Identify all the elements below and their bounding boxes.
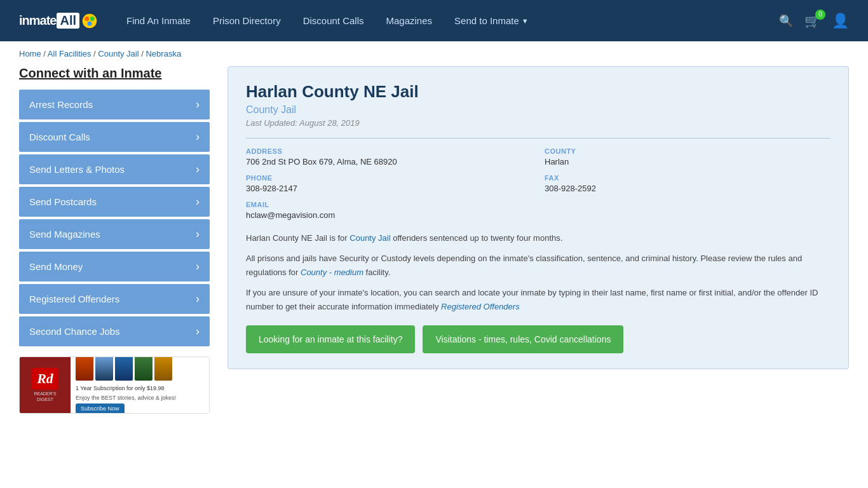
ad-content: 1 Year Subscription for only $19.98 Enjo…	[71, 357, 209, 413]
facility-card: Harlan County NE Jail County Jail Last U…	[227, 66, 849, 369]
find-inmate-button[interactable]: Looking for an inmate at this facility?	[246, 325, 415, 353]
email-value: hclaw@megavision.com	[246, 210, 532, 220]
facility-details-grid: ADDRESS 706 2nd St PO Box 679, Alma, NE …	[246, 138, 831, 220]
county-value: Harlan	[545, 157, 831, 166]
facility-title: Harlan County NE Jail	[246, 82, 831, 102]
sidebar-menu: Arrest Records › Discount Calls › Send L…	[19, 90, 210, 346]
email-block: EMAIL hclaw@megavision.com	[246, 201, 532, 220]
sidebar-item-send-letters[interactable]: Send Letters & Photos ›	[19, 154, 210, 184]
county-block: COUNTY Harlan	[545, 147, 831, 166]
arrow-icon: ›	[196, 98, 200, 111]
sidebar-item-label: Registered Offenders	[29, 294, 119, 304]
sidebar-item-label: Arrest Records	[29, 99, 93, 110]
sidebar-item-send-postcards[interactable]: Send Postcards ›	[19, 187, 210, 217]
facility-last-updated: Last Updated: August 28, 2019	[246, 118, 831, 128]
ad-logo-text: READER'SDIGEST	[34, 391, 56, 402]
search-icon[interactable]: 🔍	[779, 14, 793, 28]
nav-discount-calls[interactable]: Discount Calls	[303, 15, 364, 26]
sidebar-item-label: Second Chance Jobs	[29, 326, 120, 337]
address-block: ADDRESS 706 2nd St PO Box 679, Alma, NE …	[246, 147, 532, 166]
sidebar-ad: Rd READER'SDIGEST 1 Year Subscription fo…	[19, 356, 210, 414]
arrow-icon: ›	[196, 292, 200, 306]
fax-label: FAX	[545, 174, 831, 182]
facility-desc-2: All prisons and jails have Security or C…	[246, 252, 831, 280]
sidebar-item-label: Send Letters & Photos	[29, 164, 125, 175]
ad-subtext: Enjoy the BEST stories, advice & jokes!	[76, 395, 204, 401]
main-content: Harlan County NE Jail County Jail Last U…	[227, 66, 849, 414]
address-value: 706 2nd St PO Box 679, Alma, NE 68920	[246, 157, 532, 166]
nav-magazines[interactable]: Magazines	[386, 15, 433, 26]
sidebar-item-registered-offenders[interactable]: Registered Offenders ›	[19, 284, 210, 314]
main-nav: Find An Inmate Prison Directory Discount…	[126, 15, 757, 26]
arrow-icon: ›	[196, 227, 200, 241]
cart-badge: 0	[815, 10, 825, 20]
county-medium-link[interactable]: County - medium	[301, 268, 363, 277]
sidebar-item-send-magazines[interactable]: Send Magazines ›	[19, 219, 210, 249]
breadcrumb-county-jail[interactable]: County Jail	[98, 49, 139, 58]
svg-point-0	[83, 13, 97, 28]
sidebar-item-send-money[interactable]: Send Money ›	[19, 252, 210, 281]
breadcrumb-all-facilities[interactable]: All Facilities	[48, 49, 92, 58]
arrow-icon: ›	[196, 163, 200, 176]
breadcrumb-nebraska[interactable]: Nebraska	[146, 49, 181, 58]
svg-point-2	[90, 17, 95, 21]
sidebar-item-label: Send Magazines	[29, 229, 100, 240]
sidebar: Connect with an Inmate Arrest Records › …	[19, 66, 210, 414]
sidebar-item-discount-calls[interactable]: Discount Calls ›	[19, 122, 210, 152]
header-icons: 🔍 🛒 0 👤	[779, 13, 849, 29]
sidebar-title: Connect with an Inmate	[19, 66, 210, 81]
user-icon[interactable]: 👤	[832, 13, 849, 29]
phone-block: PHONE 308-928-2147	[246, 174, 532, 193]
visitations-button[interactable]: Visitations - times, rules, Covid cancel…	[423, 325, 623, 353]
sidebar-item-label: Send Money	[29, 261, 83, 272]
site-header: inmate All Find An Inmate Prison Directo…	[0, 0, 868, 41]
arrow-icon: ›	[196, 260, 200, 273]
facility-desc-3: If you are unsure of your inmate's locat…	[246, 286, 831, 314]
svg-point-1	[85, 17, 89, 21]
ad-left: Rd READER'SDIGEST	[20, 357, 71, 413]
facility-type: County Jail	[246, 104, 831, 116]
sidebar-item-second-chance-jobs[interactable]: Second Chance Jobs ›	[19, 316, 210, 346]
phone-label: PHONE	[246, 174, 532, 182]
nav-send-to-inmate[interactable]: Send to Inmate ▼	[454, 15, 529, 26]
ad-subscribe-button[interactable]: Subscribe Now	[76, 403, 125, 414]
nav-prison-directory[interactable]: Prison Directory	[213, 15, 281, 26]
arrow-icon: ›	[196, 130, 200, 144]
county-label: COUNTY	[545, 147, 831, 155]
phone-value: 308-928-2147	[246, 184, 532, 193]
action-buttons: Looking for an inmate at this facility? …	[246, 325, 831, 353]
sidebar-item-label: Send Postcards	[29, 196, 97, 207]
sidebar-item-arrest-records[interactable]: Arrest Records ›	[19, 90, 210, 119]
fax-value: 308-928-2592	[545, 184, 831, 193]
cart-icon[interactable]: 🛒 0	[804, 13, 820, 29]
dropdown-arrow-icon: ▼	[522, 17, 529, 25]
sidebar-item-label: Discount Calls	[29, 132, 90, 142]
email-label: EMAIL	[246, 201, 532, 208]
facility-desc-1: Harlan County NE Jail is for County Jail…	[246, 231, 831, 245]
ad-promo-text: 1 Year Subscription for only $19.98	[76, 385, 204, 393]
logo[interactable]: inmate All	[19, 13, 98, 29]
arrow-icon: ›	[196, 325, 200, 338]
address-label: ADDRESS	[246, 147, 532, 155]
breadcrumb-home[interactable]: Home	[19, 49, 41, 58]
ad-magazines-row	[76, 356, 204, 381]
svg-point-3	[88, 21, 92, 25]
registered-offenders-link[interactable]: Registered Offenders	[441, 302, 520, 311]
breadcrumb: Home / All Facilities / County Jail / Ne…	[0, 41, 868, 66]
ad-logo-rd: Rd	[32, 368, 58, 390]
county-jail-link[interactable]: County Jail	[349, 233, 390, 243]
fax-block: FAX 308-928-2592	[545, 174, 831, 193]
main-container: Connect with an Inmate Arrest Records › …	[0, 66, 868, 433]
arrow-icon: ›	[196, 195, 200, 208]
nav-find-inmate[interactable]: Find An Inmate	[126, 15, 191, 26]
